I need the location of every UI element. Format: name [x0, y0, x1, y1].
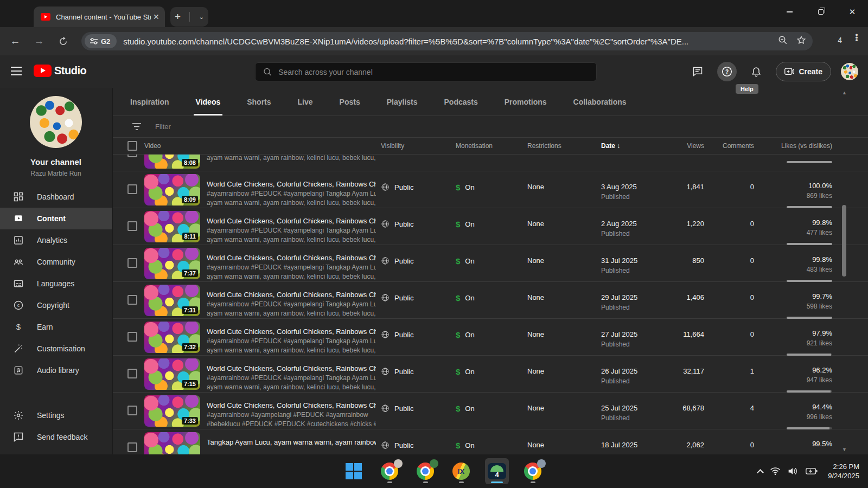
- monetisation-value[interactable]: On: [465, 368, 474, 376]
- table-row[interactable]: 8:09 World Cute Chickens, Colorful Chick…: [113, 171, 868, 208]
- table-row[interactable]: Tangkap Ayam Lucu, ayam warna warni, aya…: [113, 429, 868, 454]
- video-title[interactable]: World Cute Chickens, Colorful Chickens, …: [207, 401, 376, 409]
- taskbar-chrome-3[interactable]: [521, 458, 545, 484]
- tab-shorts[interactable]: Shorts: [247, 88, 271, 115]
- video-thumbnail[interactable]: 7:31: [144, 285, 200, 316]
- sidebar-item-content[interactable]: Content: [0, 208, 112, 229]
- window-minimize-button[interactable]: [774, 0, 805, 24]
- video-thumbnail[interactable]: 8:08: [144, 155, 200, 169]
- url-text[interactable]: studio.youtube.com/channel/UCDGCwBVM3BuZ…: [123, 37, 769, 46]
- window-restore-button[interactable]: [805, 0, 837, 24]
- video-thumbnail[interactable]: 7:15: [144, 358, 200, 390]
- table-row[interactable]: 7:37 World Cute Chickens, Colorful Chick…: [113, 245, 868, 282]
- monetisation-value[interactable]: On: [465, 441, 474, 450]
- video-title[interactable]: World Cute Chickens, Colorful Chickens, …: [207, 364, 376, 373]
- visibility-value[interactable]: Public: [394, 294, 413, 302]
- video-title[interactable]: Tangkap Ayam Lucu, ayam warna warni, aya…: [207, 438, 376, 446]
- window-close-button[interactable]: ✕: [837, 0, 868, 24]
- filter-input[interactable]: [155, 123, 318, 131]
- col-likes[interactable]: Likes (vs dislikes): [754, 142, 832, 150]
- scrollbar-up-arrow[interactable]: ▲: [842, 90, 847, 95]
- video-thumbnail[interactable]: 7:32: [144, 322, 200, 353]
- taskbar-ix-app[interactable]: IX: [449, 458, 473, 484]
- channel-avatar[interactable]: [30, 96, 82, 148]
- video-thumbnail[interactable]: [144, 432, 200, 454]
- table-row[interactable]: 7:33 World Cute Chickens, Colorful Chick…: [113, 393, 868, 429]
- new-tab-button[interactable]: +: [175, 11, 181, 23]
- video-title[interactable]: World Cute Chickens, Colorful Chickens, …: [207, 291, 376, 299]
- sidebar-item-send-feedback[interactable]: Send feedback: [0, 426, 112, 448]
- table-row[interactable]: 8:08 #ayamrainbow #PEDUCK #ayampelangi T…: [113, 155, 868, 171]
- wifi-icon[interactable]: [770, 467, 781, 476]
- scrollbar-thumb[interactable]: [842, 205, 846, 277]
- tab-podcasts[interactable]: Podcasts: [444, 88, 478, 115]
- table-row[interactable]: 7:32 World Cute Chickens, Colorful Chick…: [113, 319, 868, 356]
- video-title[interactable]: World Cute Chickens, Colorful Chickens, …: [207, 328, 376, 336]
- sidebar-item-dashboard[interactable]: Dashboard: [0, 186, 112, 208]
- video-title[interactable]: World Cute Chickens, Colorful Chickens, …: [207, 217, 376, 225]
- tab-search-chevron-icon[interactable]: ⌄: [199, 14, 204, 21]
- col-comments[interactable]: Comments: [704, 142, 754, 150]
- table-row[interactable]: 7:15 World Cute Chickens, Colorful Chick…: [113, 356, 868, 393]
- taskbar-active-app[interactable]: 4: [485, 458, 509, 484]
- create-button[interactable]: Create: [776, 62, 831, 81]
- visibility-value[interactable]: Public: [394, 220, 413, 228]
- video-thumbnail[interactable]: 7:37: [144, 248, 200, 279]
- browser-tab[interactable]: Channel content - YouTube Studio ✕: [34, 7, 165, 27]
- sidebar-item-audio-library[interactable]: Audio library: [0, 359, 112, 381]
- sidebar-item-copyright[interactable]: c Copyright: [0, 294, 112, 316]
- site-info-chip[interactable]: G2: [85, 34, 117, 48]
- scrollbar-down-arrow[interactable]: ▼: [842, 447, 847, 452]
- taskbar-chrome-1[interactable]: [378, 458, 401, 484]
- monetisation-value[interactable]: On: [465, 220, 474, 228]
- taskbar-chrome-2[interactable]: [413, 458, 437, 484]
- monetisation-value[interactable]: On: [465, 257, 474, 265]
- taskbar-clock[interactable]: 2:26 PM 9/24/2025: [828, 462, 859, 480]
- zoom-out-icon[interactable]: [778, 35, 788, 47]
- feedback-icon[interactable]: [688, 62, 707, 81]
- row-checkbox[interactable]: [127, 442, 137, 452]
- select-all-checkbox[interactable]: [127, 141, 137, 151]
- table-row[interactable]: 7:31 World Cute Chickens, Colorful Chick…: [113, 282, 868, 319]
- col-date[interactable]: Date ↓: [601, 142, 672, 150]
- row-checkbox[interactable]: [127, 155, 137, 157]
- sidebar-item-earn[interactable]: $ Earn: [0, 316, 112, 338]
- address-bar[interactable]: G2 studio.youtube.com/channel/UCDGCwBVM3…: [81, 32, 813, 50]
- sidebar-item-community[interactable]: Community: [0, 251, 112, 273]
- sidebar-item-settings[interactable]: Settings: [0, 404, 112, 426]
- toolbar-badge[interactable]: 4: [838, 36, 842, 44]
- tab-close-icon[interactable]: ✕: [153, 12, 159, 21]
- visibility-value[interactable]: Public: [394, 183, 413, 191]
- reload-button[interactable]: [55, 34, 71, 49]
- monetisation-value[interactable]: On: [465, 183, 474, 191]
- table-row[interactable]: 8:11 World Cute Chickens, Colorful Chick…: [113, 208, 868, 245]
- col-visibility[interactable]: Visibility: [381, 142, 456, 150]
- studio-logo[interactable]: Studio: [34, 65, 86, 77]
- row-checkbox[interactable]: [127, 184, 137, 194]
- visibility-value[interactable]: Public: [394, 368, 413, 376]
- sidebar-item-analytics[interactable]: Analytics: [0, 229, 112, 251]
- monetisation-value[interactable]: On: [465, 404, 474, 413]
- tab-posts[interactable]: Posts: [340, 88, 360, 115]
- row-checkbox[interactable]: [127, 406, 137, 415]
- video-thumbnail[interactable]: 8:09: [144, 174, 200, 206]
- sidebar-item-languages[interactable]: Languages: [0, 273, 112, 294]
- channel-search[interactable]: [255, 62, 597, 81]
- battery-icon[interactable]: [806, 467, 818, 475]
- col-restrictions[interactable]: Restrictions: [527, 142, 601, 150]
- sidebar-item-customisation[interactable]: Customisation: [0, 338, 112, 359]
- visibility-value[interactable]: Public: [394, 331, 413, 339]
- tab-videos[interactable]: Videos: [196, 88, 221, 115]
- notifications-bell-icon[interactable]: [746, 62, 766, 81]
- menu-hamburger-icon[interactable]: [11, 67, 22, 75]
- tab-inspiration[interactable]: Inspiration: [130, 88, 169, 115]
- col-video[interactable]: Video: [144, 142, 381, 150]
- row-checkbox[interactable]: [127, 332, 137, 342]
- help-icon[interactable]: ?: [717, 62, 737, 81]
- visibility-value[interactable]: Public: [394, 441, 413, 450]
- row-checkbox[interactable]: [127, 221, 137, 231]
- tab-live[interactable]: Live: [298, 88, 313, 115]
- video-thumbnail[interactable]: 7:33: [144, 395, 200, 427]
- account-avatar[interactable]: [841, 63, 858, 80]
- tab-promotions[interactable]: Promotions: [505, 88, 547, 115]
